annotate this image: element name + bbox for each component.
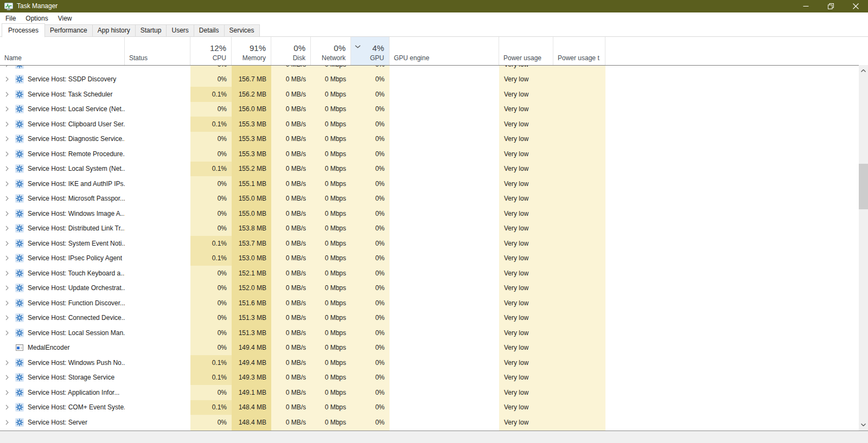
close-button[interactable] (843, 0, 868, 12)
expand-chevron-icon[interactable] (5, 66, 15, 67)
scroll-up-button[interactable] (859, 66, 868, 75)
memory-cell: 155.1 MB (232, 176, 271, 191)
expand-chevron-icon[interactable] (5, 196, 15, 201)
table-row[interactable]: Service Host: SSDP Discovery 0% 156.7 MB… (0, 72, 859, 87)
expand-chevron-icon[interactable] (5, 151, 15, 157)
expand-chevron-icon[interactable] (5, 360, 15, 365)
service-gear-icon (15, 224, 24, 233)
table-row[interactable]: Service Host: COM+ Event Syste... 0.1% 1… (0, 400, 859, 415)
table-row[interactable]: Service Host: Function Discover... 0% 15… (0, 296, 859, 311)
expand-chevron-icon[interactable] (5, 405, 15, 410)
expand-chevron-icon[interactable] (5, 271, 15, 276)
expand-chevron-icon[interactable] (5, 255, 15, 261)
row-filler (605, 311, 859, 326)
tab-performance[interactable]: Performance (44, 24, 93, 37)
table-row[interactable]: Service Host: Windows Image A... 0% 155.… (0, 206, 859, 221)
column-header-disk[interactable]: 0% Disk (271, 37, 311, 65)
process-name: Service Host: Touch Keyboard a... (28, 269, 125, 277)
process-name: Service Host: COM+ Event Syste... (28, 403, 125, 411)
column-header-network[interactable]: 0% Network (311, 37, 351, 65)
status-cell (125, 400, 190, 415)
table-row[interactable]: Service Host: Diagnostic Service... 0% 1… (0, 132, 859, 147)
expand-chevron-icon[interactable] (5, 76, 15, 82)
table-row[interactable]: Service Host: Update Orchestrat... 0% 15… (0, 281, 859, 296)
restore-button[interactable] (818, 0, 843, 12)
column-header-memory[interactable]: 91% Memory (232, 37, 271, 65)
expand-chevron-icon[interactable] (5, 121, 15, 127)
table-row[interactable]: Service Host: Microsoft Passpor... 0% 15… (0, 191, 859, 207)
tab-users[interactable]: Users (166, 24, 194, 37)
expand-chevron-icon[interactable] (5, 166, 15, 171)
name-cell: Service Host: Task Scheduler (0, 87, 125, 102)
gpu-cell: 0% (351, 66, 390, 72)
service-gear-icon (15, 403, 24, 412)
minimize-button[interactable] (793, 0, 818, 12)
power-usage-trend-cell (553, 311, 605, 326)
service-gear-icon (15, 164, 24, 173)
expand-chevron-icon[interactable] (5, 211, 15, 216)
expand-chevron-icon[interactable] (5, 92, 15, 97)
row-filler (605, 87, 859, 102)
table-row[interactable]: Service Host: Connected Device... 0% 151… (0, 311, 859, 326)
table-row[interactable]: Service Host: Distributed Link Tr... 0% … (0, 221, 859, 236)
tab-app-history[interactable]: App history (92, 24, 136, 37)
process-name: Service Host: Application Infor... (28, 389, 119, 396)
table-row[interactable]: Service Host: Storage Service 0.1% 149.3… (0, 370, 859, 386)
expand-chevron-icon[interactable] (5, 315, 15, 320)
status-cell (125, 162, 190, 177)
tab-services[interactable]: Services (224, 24, 260, 37)
table-row[interactable]: Service Host: Local System (Net... 0.1% … (0, 162, 859, 177)
expand-chevron-icon[interactable] (5, 241, 15, 246)
expand-chevron-icon[interactable] (5, 330, 15, 336)
scrollbar-thumb[interactable] (859, 164, 868, 209)
table-row[interactable]: Service Host: IPsec Policy Agent 0.1% 15… (0, 251, 859, 266)
power-usage-cell: Very low (499, 251, 553, 266)
table-row[interactable]: Service Host: Task Scheduler 0.1% 156.2 … (0, 87, 859, 102)
table-row[interactable]: Service Host: Touch Keyboard a... 0% 152… (0, 266, 859, 281)
tab-startup[interactable]: Startup (135, 24, 167, 37)
table-row[interactable]: Service Host: Application Infor... 0% 14… (0, 385, 859, 400)
power-usage-cell: Very low (499, 236, 553, 251)
vertical-scrollbar[interactable] (859, 65, 868, 431)
table-row[interactable]: Service Host: Windows Push No... 0.1% 14… (0, 355, 859, 370)
service-gear-icon (15, 254, 24, 262)
table-row[interactable]: MedalEncoder 0% 149.4 MB 0 MB/s 0 Mbps 0… (0, 341, 859, 356)
scroll-down-button[interactable] (859, 420, 868, 429)
expand-chevron-icon[interactable] (5, 106, 15, 112)
cpu-cell: 0.1% (190, 162, 232, 177)
expand-chevron-icon[interactable] (5, 420, 15, 425)
table-row[interactable]: Service Host: Local Service (Net... 0% 1… (0, 102, 859, 117)
expand-chevron-icon[interactable] (5, 181, 15, 187)
table-row[interactable]: Service Host: Clipboard User Ser... 0.1%… (0, 117, 859, 132)
table-row[interactable]: Service Host: System Event Noti... 0.1% … (0, 236, 859, 251)
expand-chevron-icon[interactable] (5, 390, 15, 395)
window-title: Task Manager (17, 0, 58, 12)
table-row[interactable]: Service Host: IKE and AuthIP IPs... 0% 1… (0, 176, 859, 191)
gpu-engine-cell (390, 415, 499, 430)
menu-options[interactable]: Options (21, 13, 53, 24)
menu-view[interactable]: View (53, 13, 77, 24)
table-row[interactable]: Service Host: Local Session Man... 0% 15… (0, 325, 859, 341)
column-header-gpu[interactable]: 4% GPU (351, 37, 390, 65)
table-row[interactable]: Service Host: Remote Procedure... 0% 155… (0, 146, 859, 162)
network-cell: 0 Mbps (311, 266, 351, 281)
column-header-cpu[interactable]: 12% CPU (190, 37, 232, 65)
expand-chevron-icon[interactable] (5, 136, 15, 142)
tab-details[interactable]: Details (194, 24, 225, 37)
status-cell (125, 146, 190, 162)
column-header-gpu-engine[interactable]: GPU engine (390, 37, 499, 65)
column-header-power-usage[interactable]: Power usage (499, 37, 553, 65)
table-row[interactable]: Service Host: Server 0% 148.4 MB 0 MB/s … (0, 415, 859, 430)
disk-cell: 0 MB/s (271, 311, 311, 326)
expand-chevron-icon[interactable] (5, 285, 15, 291)
expand-chevron-icon[interactable] (5, 226, 15, 231)
service-gear-icon (15, 179, 24, 188)
column-header-name[interactable]: Name (0, 37, 125, 65)
column-header-status[interactable]: Status (125, 37, 190, 65)
column-header-power-usage-trend[interactable]: Power usage t... (553, 37, 605, 65)
menu-file[interactable]: File (1, 13, 21, 24)
table-row[interactable]: 0% 0 MB/s 0 Mbps 0% Very low (0, 66, 859, 72)
tab-processes[interactable]: Processes (2, 23, 45, 37)
expand-chevron-icon[interactable] (5, 300, 15, 306)
expand-chevron-icon[interactable] (5, 375, 15, 380)
